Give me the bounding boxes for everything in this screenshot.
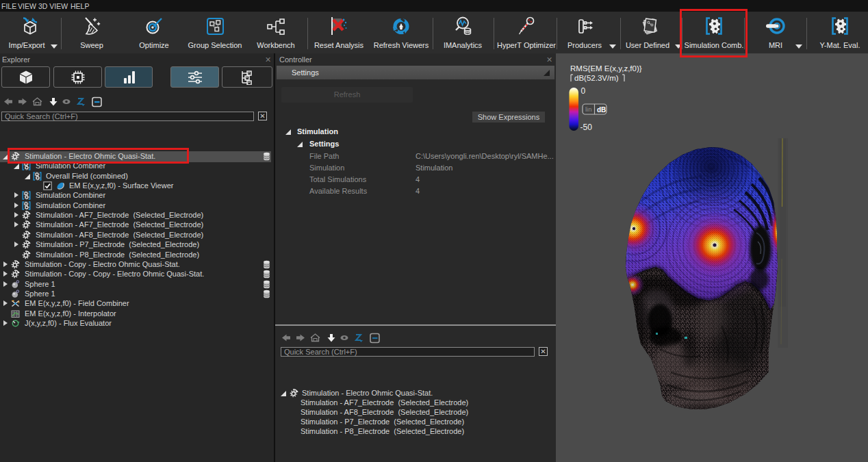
svg-text:0: 0	[581, 86, 586, 96]
svg-text:dB: dB	[597, 106, 606, 114]
svg-text:lin: lin	[585, 105, 592, 113]
svg-text:RMS{EM E(x,y,z,f0)}: RMS{EM E(x,y,z,f0)}	[570, 64, 642, 73]
svg-text:-50: -50	[580, 123, 593, 132]
svg-text:dB(52.3V/m): dB(52.3V/m)	[574, 74, 619, 82]
